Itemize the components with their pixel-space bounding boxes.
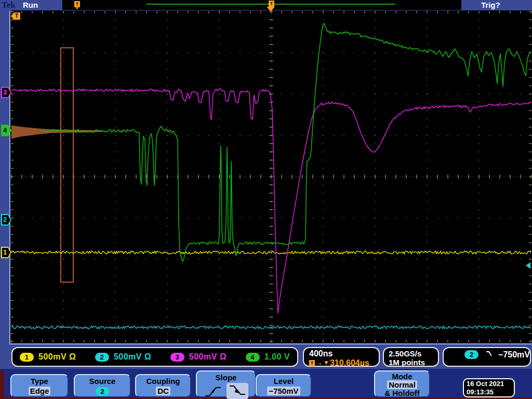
marker-digit: 2 [3, 216, 7, 224]
timebase-scale: 400ns [309, 349, 379, 358]
trigger-status: Trig? [481, 1, 500, 9]
button-title: Source [75, 376, 130, 386]
arrow-right-icon: → [315, 358, 323, 367]
trigger-delay-readout: T→▼310.604µs [309, 358, 379, 367]
display-graticule [9, 9, 532, 344]
falling-edge-icon [485, 350, 491, 359]
acquisition-readout: 2.50GS/s 1M points [383, 347, 439, 367]
tek-logo: Tek [2, 0, 16, 10]
record-length: 1M points [389, 358, 438, 367]
record-view-strip: T [62, 0, 461, 10]
trigger-level-arrow-icon[interactable] [526, 262, 530, 269]
time: 09:13:35 [467, 388, 514, 396]
source-channel-badge: 2 [96, 387, 110, 396]
rising-edge-icon [204, 384, 222, 398]
trigger-position-marker-icon[interactable] [267, 7, 275, 11]
ch2-readout: 2 500mV Ω [95, 352, 151, 362]
trigger-level-value: −750mV [498, 350, 530, 360]
t-marker-icon: T [309, 360, 315, 366]
trigger-position-t-icon[interactable]: T [269, 1, 274, 7]
menu-button-type[interactable]: Type Edge [10, 374, 69, 397]
falling-edge-icon [228, 383, 247, 397]
menu-button-mode[interactable]: Mode Normal & Holdoff [374, 370, 430, 397]
button-value: DC [156, 387, 170, 395]
ch1-badge: 1 [20, 353, 34, 362]
menu-button-level[interactable]: Level −750mV [256, 374, 312, 397]
sample-rate: 2.50GS/s [389, 349, 438, 358]
bezel-left-strip [0, 370, 4, 399]
ch2-scale: 500mV Ω [114, 352, 151, 362]
marker-digit: 3 [3, 88, 7, 97]
ch1-position-marker[interactable]: 1 [1, 247, 11, 258]
button-title: Slope [197, 373, 255, 382]
menu-button-slope[interactable]: Slope [196, 370, 256, 397]
menu-button-source[interactable]: Source 2 [74, 374, 131, 397]
button-title: Type [11, 376, 68, 386]
date: 16 Oct 2021 [467, 380, 514, 388]
ch2-position-marker[interactable]: 2 [1, 214, 11, 225]
button-title: Mode [375, 373, 429, 381]
top-status-bar: Tek Run T Trig? [0, 0, 532, 10]
marker-digit: 4 [3, 126, 7, 135]
menu-button-coupling[interactable]: Coupling DC [135, 374, 191, 397]
ch3-readout: 3 500mV Ω [170, 352, 227, 362]
trigger-source-badge: 2 [464, 350, 478, 359]
ch2-badge: 2 [95, 353, 109, 362]
ch3-badge: 3 [170, 353, 184, 362]
trigger-readout: 2 −750mV [443, 347, 531, 367]
ch4-position-marker[interactable]: 4 [1, 125, 11, 136]
record-trigger-position-icon[interactable]: T [74, 1, 80, 7]
button-value: −750mV [267, 387, 300, 395]
button-title: Level [257, 376, 311, 386]
button-value: Normal [387, 380, 417, 389]
ch4-readout: 4 1.00 V [246, 352, 290, 362]
ch1-readout: 1 500mV Ω [20, 352, 76, 362]
trigger-delay-value: 310.604µs [330, 358, 369, 367]
marker-digit: 1 [3, 248, 7, 257]
ch4-scale: 1.00 V [264, 352, 290, 362]
triangle-down-icon: ▼ [323, 358, 329, 367]
button-value: Edge [29, 387, 51, 395]
button-value-2: & Holdoff [375, 389, 429, 397]
falling-edge-selected [227, 383, 248, 399]
ch3-scale: 500mV Ω [189, 352, 227, 362]
timebase-readout: 400ns T→▼310.604µs [303, 347, 380, 367]
ch4-badge: 4 [246, 353, 260, 362]
channel-scale-readouts: 1 500mV Ω 2 500mV Ω 3 500mV Ω 4 1.00 V [11, 347, 298, 367]
ch1-scale: 500mV Ω [38, 352, 76, 362]
ch3-position-marker[interactable]: 3 [1, 87, 11, 98]
datetime-display: 16 Oct 2021 09:13:35 [463, 378, 515, 397]
button-title: Coupling [136, 376, 190, 386]
acquisition-status: Run [23, 1, 38, 9]
